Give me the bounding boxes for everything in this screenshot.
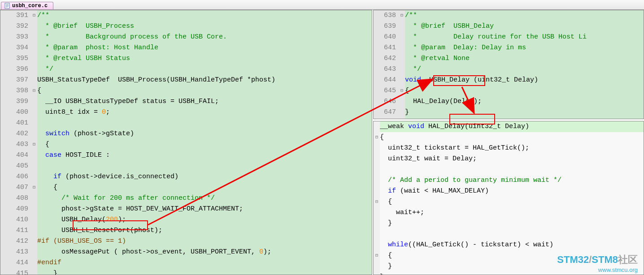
left-gutter: 3913923933943953963973983994004014024034… bbox=[0, 10, 31, 275]
svg-rect-0 bbox=[5, 3, 9, 9]
left-code[interactable]: /** * @brief USBH_Process * Background p… bbox=[37, 10, 372, 275]
right-column: 638639640641642643644645646647 ⊟⊟ /** * … bbox=[373, 10, 644, 275]
file-tab[interactable]: usbh_core.c bbox=[1, 2, 53, 9]
right-top-code[interactable]: /** * @brief USBH_Delay * Delay routine … bbox=[405, 10, 644, 118]
right-top-gutter: 638639640641642643644645646647 bbox=[374, 10, 399, 119]
right-bottom-fold-col: ⊟⊟⊟ bbox=[374, 121, 380, 275]
editor-split: 3913923933943953963973983994004014024034… bbox=[0, 10, 644, 275]
right-bottom-code[interactable]: __weak void HAL_Delay(uint32_t Delay){ u… bbox=[380, 121, 644, 275]
tab-filename: usbh_core.c bbox=[12, 3, 48, 9]
left-pane[interactable]: 3913923933943953963973983994004014024034… bbox=[0, 10, 372, 275]
right-top-pane[interactable]: 638639640641642643644645646647 ⊟⊟ /** * … bbox=[373, 10, 644, 119]
right-bottom-pane[interactable]: ⊟⊟⊟ __weak void HAL_Delay(uint32_t Delay… bbox=[373, 121, 644, 275]
tab-bar: usbh_core.c bbox=[0, 0, 644, 10]
left-fold-col: ⊟⊟⊟⊟ bbox=[31, 10, 37, 275]
file-icon bbox=[4, 3, 10, 9]
right-top-fold-col: ⊟⊟ bbox=[399, 10, 405, 119]
